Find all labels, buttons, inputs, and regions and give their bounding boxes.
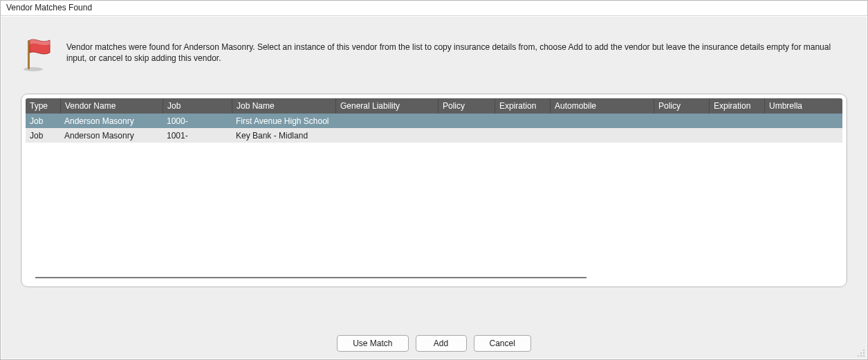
- svg-point-4: [863, 352, 865, 354]
- col-policy-2[interactable]: Policy: [654, 98, 709, 114]
- use-match-button[interactable]: Use Match: [337, 335, 408, 352]
- svg-point-7: [863, 355, 865, 357]
- svg-point-6: [860, 355, 862, 357]
- col-umbrella[interactable]: Umbrella: [764, 98, 833, 114]
- scrollbar-thumb[interactable]: [35, 277, 587, 278]
- cell-vendor-name: Anderson Masonry: [60, 131, 163, 141]
- svg-point-3: [860, 352, 862, 354]
- add-button[interactable]: Add: [416, 335, 467, 352]
- grid-header: Type Vendor Name Job Job Name General Li…: [26, 98, 842, 114]
- cell-job: 1000-: [163, 116, 232, 126]
- col-expiration-2[interactable]: Expiration: [709, 98, 764, 114]
- grid-panel: Type Vendor Name Job Job Name General Li…: [21, 93, 847, 287]
- col-type[interactable]: Type: [26, 98, 60, 114]
- resize-grip-icon[interactable]: [857, 349, 865, 357]
- col-general-liability[interactable]: General Liability: [335, 98, 438, 114]
- client-area: Vendor matches were found for Anderson M…: [1, 17, 867, 359]
- col-vendor-name[interactable]: Vendor Name: [60, 98, 163, 114]
- message-text: Vendor matches were found for Anderson M…: [66, 39, 847, 64]
- table-row[interactable]: Job Anderson Masonry 1000- First Avenue …: [26, 114, 842, 128]
- cell-type: Job: [26, 131, 60, 141]
- cell-job-name: Key Bank - Midland: [232, 131, 335, 141]
- col-automobile[interactable]: Automobile: [550, 98, 654, 114]
- titlebar: Vendor Matches Found: [1, 1, 867, 16]
- horizontal-scrollbar[interactable]: [26, 273, 842, 282]
- svg-point-2: [863, 350, 865, 351]
- message-row: Vendor matches were found for Anderson M…: [1, 17, 867, 80]
- table-row[interactable]: Job Anderson Masonry 1001- Key Bank - Mi…: [26, 128, 842, 143]
- cell-job-name: First Avenue High School: [232, 116, 335, 126]
- col-job[interactable]: Job: [163, 98, 232, 114]
- cancel-button[interactable]: Cancel: [474, 335, 531, 352]
- svg-point-5: [858, 355, 859, 357]
- dialog-window: Vendor Matches Found Vendor matches were…: [0, 0, 868, 360]
- col-policy-1[interactable]: Policy: [438, 98, 495, 114]
- cell-job: 1001-: [163, 131, 232, 141]
- cell-vendor-name: Anderson Masonry: [60, 116, 163, 126]
- button-row: Use Match Add Cancel: [1, 335, 867, 352]
- col-job-name[interactable]: Job Name: [232, 98, 335, 114]
- grid-body: Job Anderson Masonry 1000- First Avenue …: [26, 114, 842, 271]
- red-flag-icon: [21, 36, 54, 74]
- vendor-matches-grid[interactable]: Type Vendor Name Job Job Name General Li…: [26, 98, 842, 282]
- cell-type: Job: [26, 116, 60, 126]
- svg-point-0: [24, 67, 43, 71]
- col-expiration-1[interactable]: Expiration: [495, 98, 550, 114]
- window-title: Vendor Matches Found: [6, 3, 92, 12]
